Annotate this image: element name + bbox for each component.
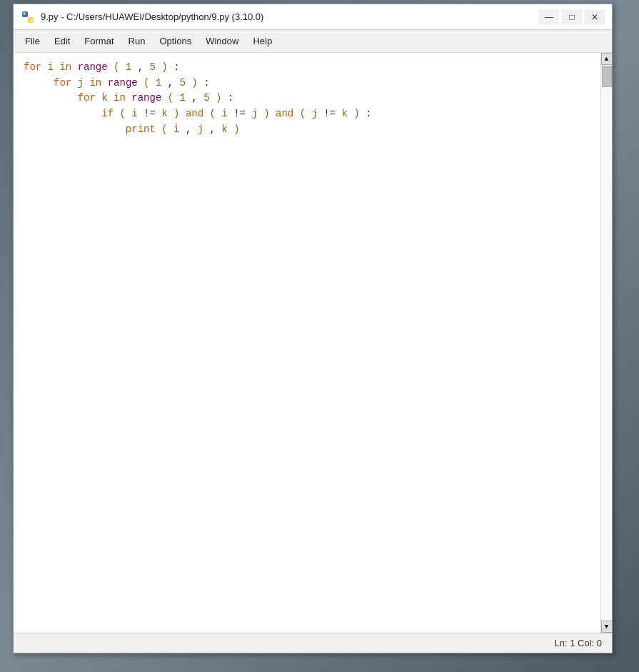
scroll-track[interactable] <box>601 65 612 621</box>
code-line-5: print ( i , j , k ) <box>24 122 590 138</box>
menu-run[interactable]: Run <box>121 33 153 49</box>
window-controls: — □ ✕ <box>539 9 605 25</box>
svg-point-3 <box>31 19 33 21</box>
close-button[interactable]: ✕ <box>585 9 605 25</box>
var-j-1: j <box>78 77 84 89</box>
code-line-4: if ( i != k ) and ( i != j ) a <box>24 106 590 122</box>
kw-if: if <box>101 108 114 119</box>
code-editor[interactable]: for i in range ( 1 , 5 ) : for j <box>14 53 600 633</box>
var-i-1: i <box>48 61 54 73</box>
idle-window: 9.py - C:/Users/HUAWEI/Desktop/python/9.… <box>13 4 613 653</box>
window-title: 9.py - C:/Users/HUAWEI/Desktop/python/9.… <box>41 11 539 22</box>
status-bar: Ln: 1 Col: 0 <box>14 633 612 653</box>
kw-for-1: for <box>24 61 41 73</box>
menu-bar: File Edit Format Run Options Window Help <box>14 30 612 53</box>
fn-range-3: range <box>131 92 161 104</box>
menu-format[interactable]: Format <box>77 33 121 49</box>
fn-range-2: range <box>108 77 138 89</box>
code-line-3: for k in range ( 1 , 5 ) : <box>24 91 590 106</box>
editor-area: for i in range ( 1 , 5 ) : for j <box>14 53 612 633</box>
menu-file[interactable]: File <box>18 33 47 49</box>
python-icon <box>21 10 35 24</box>
kw-and-1: and <box>186 108 203 119</box>
scroll-thumb[interactable] <box>602 66 612 87</box>
kw-and-2: and <box>276 108 293 119</box>
maximize-button[interactable]: □ <box>562 9 582 25</box>
svg-point-2 <box>24 12 26 14</box>
kw-for-2: for <box>54 77 71 89</box>
code-line-1: for i in range ( 1 , 5 ) : <box>24 60 590 76</box>
vertical-scrollbar[interactable]: ▲ ▼ <box>600 53 612 633</box>
menu-help[interactable]: Help <box>246 33 279 49</box>
title-bar: 9.py - C:/Users/HUAWEI/Desktop/python/9.… <box>14 4 612 30</box>
var-k-1: k <box>101 92 107 104</box>
menu-window[interactable]: Window <box>198 33 246 49</box>
scroll-down-button[interactable]: ▼ <box>601 621 613 633</box>
minimize-button[interactable]: — <box>539 9 559 25</box>
kw-in-1: in <box>59 61 71 73</box>
scroll-up-button[interactable]: ▲ <box>601 53 613 65</box>
kw-print: print <box>126 124 156 135</box>
menu-edit[interactable]: Edit <box>47 33 77 49</box>
menu-options[interactable]: Options <box>152 33 198 49</box>
cursor-position: Ln: 1 Col: 0 <box>555 638 603 648</box>
code-line-2: for j in range ( 1 , 5 ) : <box>24 76 590 91</box>
fn-range-1: range <box>78 61 108 73</box>
kw-in-2: in <box>89 77 101 89</box>
kw-for-3: for <box>78 92 96 104</box>
kw-in-3: in <box>114 92 126 104</box>
